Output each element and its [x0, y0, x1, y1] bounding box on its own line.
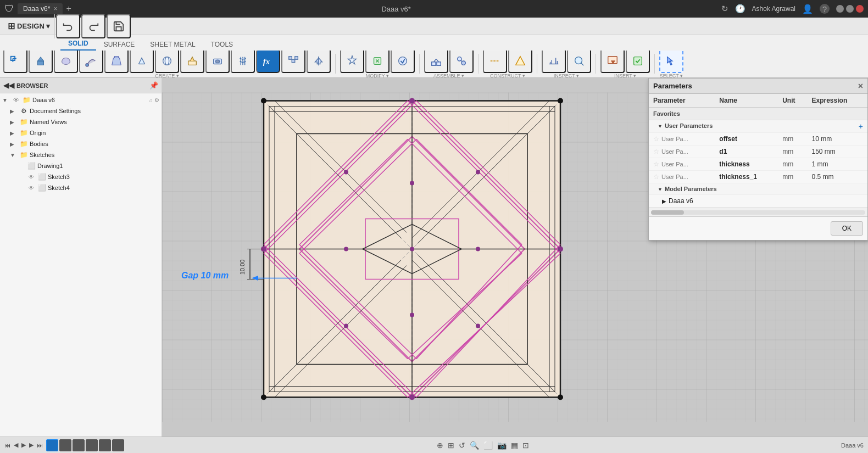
undo-button[interactable] [56, 14, 80, 38]
add-tab-button[interactable]: + [66, 4, 71, 14]
sweep-button[interactable] [79, 51, 103, 74]
help-icon[interactable]: ? [820, 4, 830, 14]
tree-item-sketch4[interactable]: ▶ 👁 ⬜ Sketch4 [0, 182, 162, 193]
canvas-area[interactable]: X Z d01 [162, 78, 868, 437]
nav-prev-button[interactable]: ◀ [14, 441, 18, 449]
view-icon4[interactable]: 🔍 [470, 441, 479, 450]
assemble-group: ASSEMBLE ▾ [424, 51, 474, 77]
tab-tools[interactable]: TOOLS [203, 38, 241, 51]
svg-point-112 [410, 313, 414, 317]
tree-item-namedviews[interactable]: ▶ 📁 Named Views [0, 116, 162, 127]
fx-button[interactable]: fx [256, 51, 280, 74]
params-header: Parameters × [649, 79, 867, 94]
tree-item-origin[interactable]: ▶ 📁 Origin [0, 127, 162, 138]
browser-pin-icon[interactable]: 📌 [149, 81, 158, 90]
win-close-button[interactable] [856, 5, 864, 13]
new-component-button[interactable] [3, 51, 27, 74]
tree-item-root[interactable]: ▼ 👁 📁 Daaa v6 ⌂ ⚙ [0, 94, 162, 105]
view-icon5[interactable]: ⬜ [483, 441, 493, 450]
svg-rect-30 [432, 62, 436, 65]
tree-item-sketch3[interactable]: ▶ 👁 ⬜ Sketch3 [0, 171, 162, 182]
timeline-frame-5[interactable] [99, 439, 111, 451]
sep6 [654, 54, 655, 74]
revolve-button[interactable] [54, 51, 78, 74]
construct-group-label: CONSTRUCT ▾ [483, 73, 532, 77]
hole-button[interactable] [205, 51, 230, 74]
emboss-button[interactable] [180, 51, 204, 74]
construct-icon1[interactable] [483, 51, 507, 74]
assemble-icon1[interactable] [424, 51, 448, 74]
select-button[interactable] [659, 51, 683, 74]
extrude-button[interactable] [29, 51, 53, 74]
tab-sheet-metal[interactable]: SHEET METAL [142, 38, 203, 51]
svg-point-29 [399, 57, 407, 65]
svg-rect-3 [38, 61, 44, 65]
svg-marker-24 [315, 58, 319, 64]
mirror-button[interactable] [307, 51, 331, 74]
assemble-icon2[interactable] [449, 51, 474, 74]
inspect-icon2[interactable] [567, 51, 591, 74]
view-icon6[interactable]: 📷 [497, 441, 507, 450]
svg-marker-4 [38, 57, 44, 61]
nav-last-button[interactable]: ⏭ [37, 442, 43, 449]
clock-icon[interactable]: 🕐 [735, 4, 745, 14]
redo-button[interactable] [81, 14, 105, 38]
tree-icon-sketches: 📁 [19, 150, 28, 159]
timeline-frame-2[interactable] [59, 439, 71, 451]
params-scrollbar-thumb[interactable] [651, 210, 684, 215]
pattern-button[interactable] [281, 51, 305, 74]
modify-icon3[interactable] [391, 51, 415, 74]
tree-label-namedviews: Named Views [30, 119, 159, 125]
loft-button[interactable] [104, 51, 129, 74]
tree-arrow-sketches: ▼ [10, 152, 18, 158]
tree-item-sketches[interactable]: ▼ 📁 Sketches [0, 149, 162, 160]
nav-play-button[interactable]: ▶ [21, 441, 26, 449]
collapse-icon[interactable]: ◀◀ [3, 81, 14, 90]
refresh-icon[interactable]: ↻ [721, 4, 728, 14]
timeline-frame-3[interactable] [73, 439, 85, 451]
tree-item-docsettings[interactable]: ▶ ⚙ Document Settings [0, 105, 162, 116]
construct-icon2[interactable] [508, 51, 532, 74]
timeline-frame-4[interactable] [86, 439, 98, 451]
nav-first-button[interactable]: ⏮ [4, 442, 10, 449]
thread-button[interactable] [231, 51, 255, 74]
nav-next-button[interactable]: ▶ [29, 441, 34, 449]
view-icon3[interactable]: ↺ [459, 441, 465, 450]
insert-icon2[interactable] [626, 51, 650, 74]
win-min-button[interactable] [836, 5, 844, 13]
insert-icon1[interactable] [600, 51, 625, 74]
svg-line-36 [461, 60, 462, 61]
params-close-button[interactable]: × [858, 81, 863, 91]
params-ok-button[interactable]: OK [831, 221, 863, 236]
inspect-icon1[interactable] [542, 51, 566, 74]
modify-icon1[interactable] [340, 51, 364, 74]
view-icon2[interactable]: ⊞ [448, 441, 454, 450]
design-dropdown[interactable]: ⊞ DESIGN ▾ [3, 14, 55, 38]
view-icon7[interactable]: ▦ [511, 441, 518, 450]
win-max-button[interactable] [846, 5, 854, 13]
parameters-panel: Parameters × Parameter Name Unit Express… [648, 78, 868, 241]
insert-group: INSERT ▾ [600, 51, 650, 77]
browser-content: ▼ 👁 📁 Daaa v6 ⌂ ⚙ ▶ ⚙ Document Settings … [0, 93, 162, 437]
tree-label-sketch4: Sketch4 [48, 184, 159, 191]
tab-surface[interactable]: SURFACE [96, 38, 143, 51]
tree-item-drawing1[interactable]: ▶ ⬜ Drawing1 [0, 160, 162, 171]
timeline-frame-6[interactable] [112, 439, 124, 451]
web-button[interactable] [155, 51, 179, 74]
svg-point-111 [410, 181, 414, 186]
modify-icon2[interactable] [365, 51, 390, 74]
bottom-left: ⏮ ◀ ▶ ▶ ⏭ [4, 439, 124, 451]
params-scrollbar[interactable] [649, 208, 867, 216]
rib-button[interactable] [130, 51, 154, 74]
view-icon8[interactable]: ⊡ [522, 441, 529, 450]
tree-icon-root: 📁 [22, 96, 31, 104]
timeline-frame-1[interactable] [46, 439, 58, 451]
toolbar-top-row: ⊞ DESIGN ▾ [0, 18, 868, 35]
tree-item-bodies[interactable]: ▶ 📁 Bodies [0, 138, 162, 149]
tab-solid[interactable]: SOLID [60, 37, 96, 51]
save-button[interactable] [107, 14, 131, 38]
params-scrollbar-track [651, 210, 865, 215]
document-tab[interactable]: Daaa v6* × [18, 3, 63, 14]
tab-close-icon[interactable]: × [53, 5, 57, 13]
view-icon1[interactable]: ⊕ [437, 441, 443, 450]
